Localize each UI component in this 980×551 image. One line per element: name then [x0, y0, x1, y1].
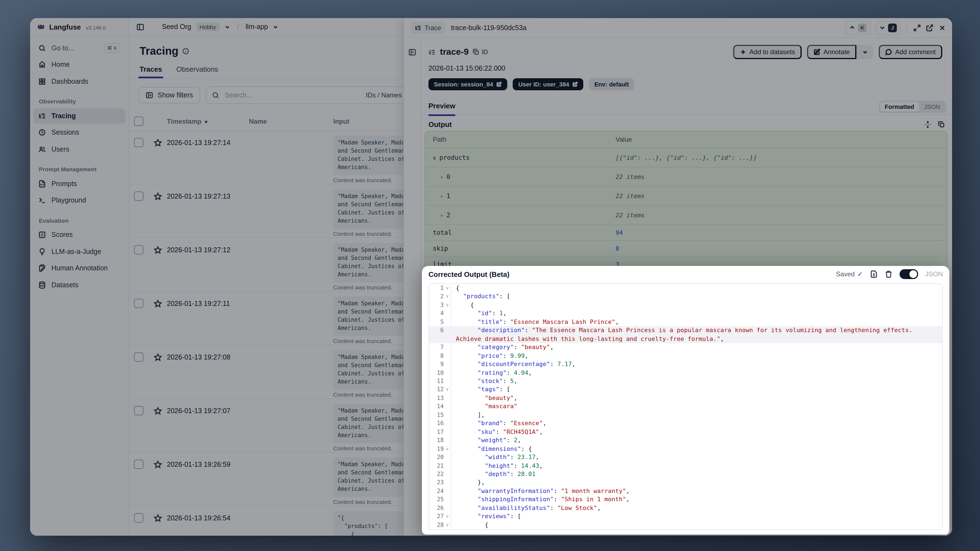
- code-line[interactable]: 4 "id": 1,: [429, 309, 942, 318]
- line-number: 11: [429, 377, 452, 385]
- fold-chevron-icon[interactable]: ∨: [444, 512, 451, 521]
- trash-icon[interactable]: [885, 270, 892, 278]
- code-line[interactable]: 28∨ {: [429, 521, 942, 529]
- line-number: 16: [429, 419, 452, 428]
- json-toggle[interactable]: [900, 269, 918, 279]
- corrected-output-card: Corrected Output (Beta) Saved ✓ JSON: [422, 266, 949, 535]
- fold-chevron-icon[interactable]: ∨: [444, 385, 451, 394]
- code-line[interactable]: 15 ],: [429, 411, 942, 419]
- corrected-output-header: Corrected Output (Beta) Saved ✓ JSON: [422, 266, 949, 282]
- json-editor[interactable]: 1∨ { 2∨ "products": [ 3∨ { 4 "id": 1, 5 …: [428, 283, 943, 530]
- code-line[interactable]: 19∨ "dimensions": {: [429, 444, 942, 453]
- fold-chevron-icon[interactable]: ∨: [444, 521, 451, 529]
- code-line[interactable]: 27∨ "reviews": [: [429, 512, 942, 521]
- line-number: 22: [429, 470, 452, 478]
- code-line[interactable]: 23 },: [429, 478, 942, 487]
- code-line[interactable]: 10 "rating": 4.94,: [429, 368, 942, 377]
- line-number: 13: [429, 394, 452, 403]
- code-line[interactable]: 18 "weight": 2,: [429, 436, 942, 444]
- line-number: 7: [429, 343, 452, 352]
- code-line[interactable]: 17 "sku": "RCH45Q1A",: [429, 428, 942, 436]
- line-number: 23: [429, 478, 452, 487]
- code-line[interactable]: 21 "height": 14.43,: [429, 462, 942, 470]
- corrected-output-title: Corrected Output (Beta): [428, 270, 509, 278]
- line-number: 15: [429, 411, 452, 419]
- code-line[interactable]: 9 "discountPercentage": 7.17,: [429, 360, 942, 368]
- line-number: 21: [429, 462, 452, 470]
- line-number: 26: [429, 504, 452, 513]
- line-number: 28∨: [429, 521, 452, 529]
- line-number: 25: [429, 495, 452, 504]
- line-number: 2∨: [429, 293, 452, 301]
- line-number: 27∨: [429, 512, 452, 521]
- line-number: 1∨: [429, 284, 452, 293]
- line-number: 5: [429, 318, 452, 326]
- line-number: 17: [429, 428, 452, 436]
- code-line[interactable]: 7 "category": "beauty",: [429, 343, 942, 352]
- code-line[interactable]: 24 "warrantyInformation": "1 month warra…: [429, 487, 942, 495]
- line-number: 19∨: [429, 444, 452, 453]
- code-line[interactable]: 8 "price": 9.99,: [429, 352, 942, 360]
- code-line[interactable]: 6 "description": "The Essence Mascara La…: [429, 326, 942, 343]
- saved-status: Saved ✓: [836, 270, 863, 278]
- code-line[interactable]: 16 "brand": "Essence",: [429, 419, 942, 428]
- file-diff-icon[interactable]: [870, 270, 878, 278]
- app-window: Langfuse v3.146.0 Go to...⌘ KHomeDashboa…: [30, 18, 952, 536]
- json-toggle-label: JSON: [925, 270, 943, 278]
- code-line[interactable]: 3∨ {: [429, 301, 942, 309]
- code-line[interactable]: 2∨ "products": [: [429, 293, 942, 301]
- line-number: 3∨: [429, 301, 452, 309]
- code-line[interactable]: 13 "beauty",: [429, 394, 942, 403]
- code-line[interactable]: 22 "depth": 28.01: [429, 470, 942, 478]
- line-number: 14: [429, 403, 452, 411]
- line-number: 9: [429, 360, 452, 368]
- code-line[interactable]: 11 "stock": 5,: [429, 377, 942, 385]
- check-icon: ✓: [858, 270, 863, 278]
- line-number: 20: [429, 453, 452, 462]
- line-number: 24: [429, 487, 452, 495]
- line-number: 12∨: [429, 385, 452, 394]
- code-line[interactable]: 25 "shippingInformation": "Ships in 1 mo…: [429, 495, 942, 504]
- fold-chevron-icon[interactable]: ∨: [444, 293, 451, 301]
- line-number: 4: [429, 309, 452, 318]
- code-line[interactable]: 12∨ "tags": [: [429, 385, 942, 394]
- fold-chevron-icon[interactable]: ∨: [444, 301, 451, 309]
- line-number: 18: [429, 436, 452, 444]
- code-line[interactable]: 14 "mascara": [429, 403, 942, 411]
- code-line[interactable]: 1∨ {: [429, 284, 942, 293]
- line-number: 6: [429, 326, 452, 343]
- code-line[interactable]: 5 "title": "Essence Mascara Lash Prince"…: [429, 318, 942, 326]
- fold-chevron-icon[interactable]: ∨: [444, 444, 451, 453]
- code-line[interactable]: 20 "width": 23.17,: [429, 453, 942, 462]
- line-number: 10: [429, 368, 452, 377]
- fold-chevron-icon[interactable]: ∨: [444, 284, 451, 293]
- code-line[interactable]: 26 "availabilityStatus": "Low Stock",: [429, 504, 942, 513]
- line-number: 8: [429, 352, 452, 360]
- desktop: Langfuse v3.146.0 Go to...⌘ KHomeDashboa…: [0, 0, 980, 551]
